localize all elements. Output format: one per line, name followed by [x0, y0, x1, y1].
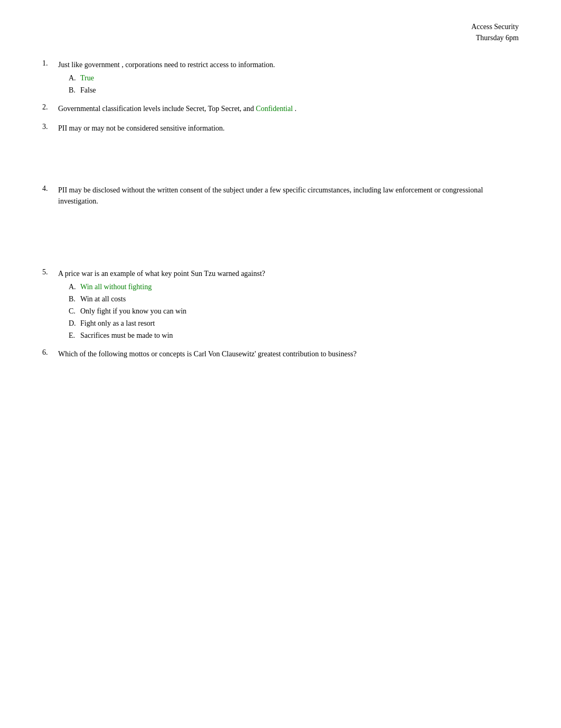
answer-item-5c: C. Only fight if you know you can win	[69, 306, 519, 317]
question-content-3: PII may or may not be considered sensiti…	[58, 123, 519, 136]
question-item-5: 5. A price war is an example of what key…	[42, 268, 519, 342]
answer-letter-1b: B.	[69, 85, 80, 96]
question-content-2: Governmental classification levels inclu…	[58, 103, 519, 116]
answer-item-5a: A. Win all without fighting	[69, 281, 519, 292]
question-item-4: 4. PII may be disclosed without the writ…	[42, 185, 519, 209]
question-text-3: PII may or may not be considered sensiti…	[58, 123, 519, 134]
question-content-1: Just like government , corporations need…	[58, 59, 519, 97]
answer-letter-5b: B.	[69, 293, 80, 305]
question-text-6: Which of the following mottos or concept…	[58, 348, 519, 360]
question-content-4: PII may be disclosed without the written…	[58, 185, 519, 209]
answer-letter-1a: A.	[69, 72, 80, 84]
answer-text-5e: Sacrifices must be made to win	[80, 330, 173, 341]
header: Access Security Thursday 6pm	[42, 21, 519, 43]
answer-item-1b: B. False	[69, 85, 519, 96]
question-number-5: 5.	[42, 268, 58, 277]
answer-item-1a: A. True	[69, 72, 519, 84]
answer-letter-5d: D.	[69, 318, 80, 329]
confidential-highlight: Confidential	[256, 105, 293, 113]
answer-letter-5e: E.	[69, 330, 80, 341]
question-item-2: 2. Governmental classification levels in…	[42, 103, 519, 116]
spacer-after-4	[42, 215, 519, 268]
spacer-after-3	[42, 142, 519, 185]
answer-text-1b: False	[80, 85, 96, 96]
question-item-3: 3. PII may or may not be considered sens…	[42, 123, 519, 136]
answer-letter-5c: C.	[69, 306, 80, 317]
answer-text-5c: Only fight if you know you can win	[80, 306, 186, 317]
question-text-1: Just like government , corporations need…	[58, 59, 519, 70]
answer-text-5b: Win at all costs	[80, 293, 126, 305]
question-text-4: PII may be disclosed without the written…	[58, 185, 519, 207]
question-number-1: 1.	[42, 59, 58, 68]
answer-text-1a: True	[80, 72, 94, 84]
question-item-6: 6. Which of the following mottos or conc…	[42, 348, 519, 362]
question-text-5: A price war is an example of what key po…	[58, 268, 519, 279]
question-number-2: 2.	[42, 103, 58, 112]
questions-list-3: 5. A price war is an example of what key…	[42, 268, 519, 362]
header-line1: Access Security	[42, 21, 519, 32]
answer-item-5e: E. Sacrifices must be made to win	[69, 330, 519, 341]
question-item-1: 1. Just like government , corporations n…	[42, 59, 519, 97]
questions-list-2: 4. PII may be disclosed without the writ…	[42, 185, 519, 209]
question-number-4: 4.	[42, 185, 58, 193]
answer-list-5: A. Win all without fighting B. Win at al…	[69, 281, 519, 341]
answer-item-5b: B. Win at all costs	[69, 293, 519, 305]
header-line2: Thursday 6pm	[42, 32, 519, 43]
questions-list: 1. Just like government , corporations n…	[42, 59, 519, 136]
answer-text-5d: Fight only as a last resort	[80, 318, 155, 329]
answer-text-5a: Win all without fighting	[80, 281, 152, 292]
answer-item-5d: D. Fight only as a last resort	[69, 318, 519, 329]
question-content-5: A price war is an example of what key po…	[58, 268, 519, 342]
answer-letter-5a: A.	[69, 281, 80, 292]
answer-list-1: A. True B. False	[69, 72, 519, 96]
question-text-2: Governmental classification levels inclu…	[58, 103, 519, 114]
question-content-6: Which of the following mottos or concept…	[58, 348, 519, 362]
question-number-6: 6.	[42, 348, 58, 357]
question-number-3: 3.	[42, 123, 58, 131]
